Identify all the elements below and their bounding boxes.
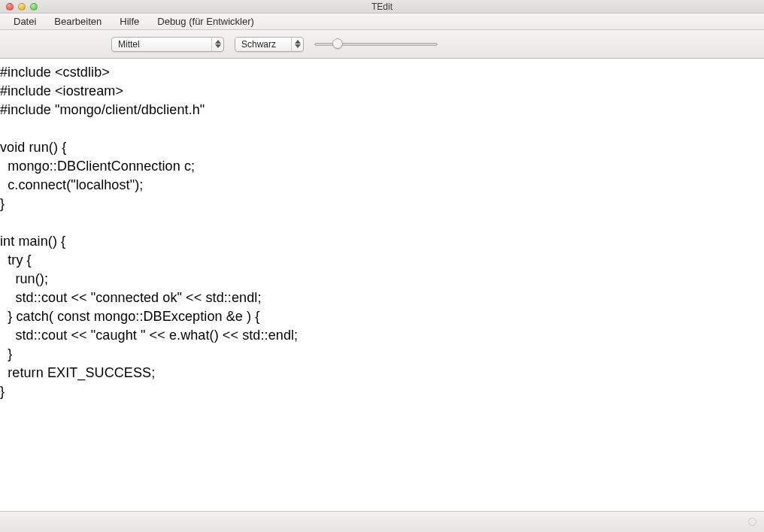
zoom-slider[interactable] xyxy=(314,37,438,52)
app-window: TEdit Datei Bearbeiten Hilfe Debug (für … xyxy=(0,0,764,532)
toolbar: Mittel Schwarz xyxy=(0,30,764,59)
font-size-select[interactable]: Mittel xyxy=(111,37,224,52)
window-controls xyxy=(0,3,38,11)
svg-marker-2 xyxy=(295,40,301,44)
svg-marker-0 xyxy=(215,40,221,44)
statusbar xyxy=(0,511,764,532)
svg-marker-3 xyxy=(295,44,301,48)
color-select[interactable]: Schwarz xyxy=(235,37,304,52)
menu-bearbeiten[interactable]: Bearbeiten xyxy=(45,14,111,29)
menu-datei[interactable]: Datei xyxy=(5,14,45,29)
font-size-select-label: Mittel xyxy=(112,39,146,50)
color-select-label: Schwarz xyxy=(235,39,282,50)
select-stepper-icon xyxy=(291,38,303,51)
status-indicator-icon xyxy=(748,518,756,526)
close-icon[interactable] xyxy=(6,3,14,11)
menubar: Datei Bearbeiten Hilfe Debug (für Entwic… xyxy=(0,14,764,30)
minimize-icon[interactable] xyxy=(18,3,26,11)
menu-debug[interactable]: Debug (für Entwickler) xyxy=(148,14,263,29)
zoom-icon[interactable] xyxy=(30,3,38,11)
select-stepper-icon xyxy=(211,38,223,51)
window-title: TEdit xyxy=(0,2,764,12)
slider-thumb[interactable] xyxy=(332,38,343,49)
menu-hilfe[interactable]: Hilfe xyxy=(111,14,148,29)
titlebar[interactable]: TEdit xyxy=(0,0,764,14)
editor-area[interactable]: #include <cstdlib> #include <iostream> #… xyxy=(0,59,764,511)
editor-content[interactable]: #include <cstdlib> #include <iostream> #… xyxy=(0,63,764,401)
svg-marker-1 xyxy=(215,44,221,48)
